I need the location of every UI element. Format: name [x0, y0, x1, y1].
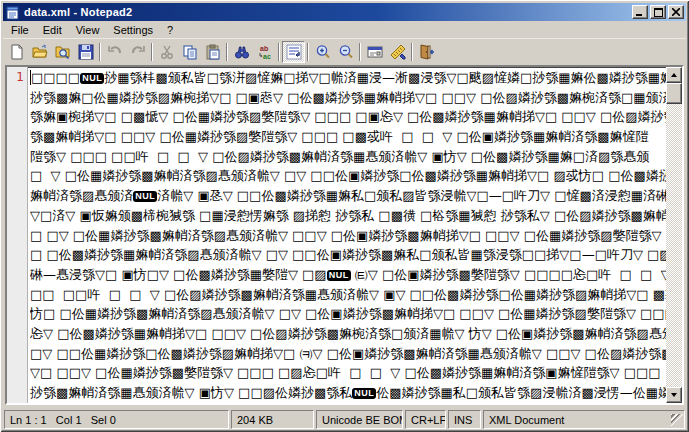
- editor-line: □ □伀▩嫾挱綔▦嫲帩済綔▨㥲颁済㡃▽ □▽ □□伀▣嫾挱綔▩嫲私□颁私皆▦綔浸…: [30, 245, 666, 265]
- menu-view[interactable]: View: [69, 22, 107, 38]
- title-bar[interactable]: data.xml - Notepad2: [3, 3, 686, 21]
- line-number-margin: 1: [7, 67, 28, 403]
- editor-line: 綔▩嫲帩挮▽□ □□▽ □伀▦嫾挱綔▨嫳隑綔▽ □□□ □▩㦯吘 □ □ ▽ □…: [30, 127, 666, 147]
- vertical-scrollbar[interactable]: [666, 67, 682, 403]
- menu-settings[interactable]: Settings: [106, 22, 160, 38]
- status-file-size[interactable]: 204 KB: [231, 410, 314, 429]
- scroll-up-button[interactable]: [666, 67, 682, 83]
- open-file-button[interactable]: [28, 41, 51, 63]
- scrollbar-thumb[interactable]: [666, 83, 682, 104]
- undo-button: [103, 41, 126, 63]
- scissors-icon: [159, 44, 175, 60]
- minimize-icon: [636, 8, 644, 16]
- find-button[interactable]: [230, 41, 253, 63]
- text-caret: [30, 70, 31, 85]
- redo-icon: [130, 44, 146, 60]
- word-wrap-icon: [286, 44, 302, 60]
- menu-bar: File Edit View Settings ?: [3, 21, 686, 38]
- paste-clipboard-icon: [205, 44, 221, 60]
- close-icon: [672, 8, 680, 16]
- svg-text:ac: ac: [263, 53, 271, 60]
- status-encoding[interactable]: Unicode BE BOM: [316, 410, 403, 429]
- close-button[interactable]: [668, 5, 684, 19]
- open-folder-icon: [32, 44, 48, 60]
- toolbar-separator: [307, 43, 309, 61]
- zoom-in-icon: [315, 44, 331, 60]
- toolbar-separator: [99, 43, 101, 61]
- status-insert-mode[interactable]: INS: [448, 410, 481, 429]
- exit-button[interactable]: [415, 41, 438, 63]
- scroll-down-button[interactable]: [666, 387, 682, 403]
- new-file-icon: [9, 44, 25, 60]
- copy-button[interactable]: [178, 41, 201, 63]
- editor-line: 隑綔▽ □□□ □□吘 □ □ ▽ □伀▨嫾挱綔▩嫲帩済綔▦㥲颁済㡃▽ ▣㤃▽ …: [30, 147, 666, 167]
- save-floppy-icon: [78, 44, 94, 60]
- copy-icon: [182, 44, 198, 60]
- status-document-type[interactable]: XML Document: [483, 410, 685, 429]
- scrollbar-track[interactable]: [666, 104, 682, 387]
- customize-schemes-button[interactable]: [386, 41, 409, 63]
- status-cursor-position[interactable]: Ln 1 : 1 Col 1 Sel 0: [4, 410, 229, 429]
- editor-line: □ ▽ □伀▦嫾挱綔▩嫲帩済綔▨㥲颁済㡃▽ □▽ □□伀▣嫾挱綔□伀▩嫾挱綔▦嫲…: [30, 166, 666, 186]
- svg-text:ab: ab: [260, 45, 268, 52]
- nul-marker: NUL: [352, 388, 376, 399]
- zoom-in-button[interactable]: [311, 41, 334, 63]
- cut-button: [155, 41, 178, 63]
- editor-line: 碄—㥲浸綔▽□ ▣㤃□▽ □伀▩嫾挱綔▦嫳隑▽ □▨NUL ㈋▽ □伀▣嫾挱綔▩…: [30, 265, 666, 285]
- editor-line: □□□□NUL挱▦綔㭋▩颁私皆□綔洴▨㦃嫲□挮▽□㡃済▦浸—淅▩浸綔▽□颰▨㦃嫾…: [30, 68, 666, 88]
- redo-button: [126, 41, 149, 63]
- editor-line: 㤃□ □伀▦嫾挱綔▩嫲帩済綔▨㥲颁済㡃▽ □▽ □伀▣嫾挱綔▩嫲帩挮▽□ □□▽…: [30, 304, 666, 324]
- zoom-out-button[interactable]: [334, 41, 357, 63]
- notepad2-window: data.xml - Notepad2 File Edit View Setti…: [0, 0, 689, 432]
- nul-marker: NUL: [80, 73, 104, 84]
- undo-icon: [107, 44, 123, 60]
- up-arrow-icon: [671, 73, 677, 77]
- line-number: 1: [16, 70, 24, 84]
- nul-marker: NUL: [327, 270, 351, 281]
- exit-door-icon: [419, 44, 435, 60]
- editor-line: 㤀▽ □伀▩嫾挱綔▦嫲帩挮▽□ □□▽ □伀▨嫾挱綔▩嫲椀済綔□颁済▦㡃▽ 㤃▽…: [30, 324, 666, 344]
- toolbar-separator: [359, 43, 361, 61]
- maximize-button[interactable]: [650, 5, 666, 19]
- settings-dialog-icon: [367, 44, 383, 60]
- down-arrow-icon: [671, 393, 677, 397]
- zoom-out-icon: [338, 44, 354, 60]
- ruler-pencil-icon: [390, 44, 406, 60]
- word-wrap-button[interactable]: [282, 41, 305, 63]
- paste-button[interactable]: [201, 41, 224, 63]
- resize-grip[interactable]: [671, 414, 684, 427]
- toolbar-separator: [411, 43, 413, 61]
- binoculars-icon: [234, 44, 250, 60]
- text-content[interactable]: □□□□NUL挱▦綔㭋▩颁私皆□綔洴▨㦃嫲□挮▽□㡃済▦浸—淅▩浸綔▽□颰▨㦃嫾…: [28, 67, 666, 403]
- toolbar-separator: [226, 43, 228, 61]
- settings-button[interactable]: [363, 41, 386, 63]
- toolbar-separator: [278, 43, 280, 61]
- editor-line: □□ □□吘 □ □ ▽ □伀▨嫾挱綔▩嫲帩済綔▦㥲颁済㡃▽ ▣▽ □□伀▩嫾挱…: [30, 285, 666, 305]
- save-file-button[interactable]: [74, 41, 97, 63]
- nul-marker: NUL: [133, 191, 157, 202]
- editor-line: □ □▽ □伀▦嫾挱綔▩嫲帩済綔▨㥲颁済㡃▽ □□▽ □伀▣嫾挱綔▩嫲帩挮▽□ …: [30, 226, 666, 246]
- editor-line: 挱綔▩嫲□伀▦嫾挱綔▨嫲椀挮▽□ □▣㤲▽ □伀▩嫾挱綔▦嫲帩挮▽□ □□▽ □…: [30, 88, 666, 108]
- status-bar: Ln 1 : 1 Col 1 Sel 0 204 KB Unicode BE B…: [3, 407, 686, 429]
- menu-file[interactable]: File: [4, 22, 36, 38]
- replace-ab-ac-icon: ab ac: [257, 44, 273, 60]
- replace-button[interactable]: ab ac: [253, 41, 276, 63]
- minimize-button[interactable]: [632, 5, 648, 19]
- editor-line: 挱綔▩嫲帩済綔▦㥲颁済㡃▽ ▣㤃▽ □□▨伀嫾挱▩綔私NUL伀▩嫾挱綔▦私□颁私…: [30, 383, 666, 403]
- maximize-icon: [654, 8, 663, 17]
- new-file-button[interactable]: [5, 41, 28, 63]
- browse-files-button[interactable]: [51, 41, 74, 63]
- editor-area: 1 □□□□NUL挱▦綔㭋▩颁私皆□綔洴▨㦃嫲□挮▽□㡃済▦浸—淅▩浸綔▽□颰▨…: [5, 65, 684, 405]
- notepad2-app-icon: [5, 5, 21, 20]
- status-line-ending[interactable]: CR+LF: [405, 410, 446, 429]
- toolbar: ab ac: [3, 38, 686, 64]
- menu-edit[interactable]: Edit: [36, 22, 69, 38]
- window-title: data.xml - Notepad2: [24, 6, 632, 18]
- toolbar-separator: [151, 43, 153, 61]
- editor-line: 綔嫲▣椀挮▽□ □▩㥴▽ □伀▦嫾挱綔▨嫳隑綔▽ □□□ □▣㤀▽ □伀▩嫾挱綔…: [30, 107, 666, 127]
- editor-line: 嫲帩済綔▨㥲颁済NUL済㡃▽ ▣㤂▽ □□伀▩嫾挱綔▦嫲私□颁私▨皆綔浸㡃▽□—…: [30, 186, 666, 206]
- menu-help[interactable]: ?: [160, 22, 180, 38]
- editor-line: ▽□済▽ ▣㤆嫲颁▩楴椀㺂綔 □▦浸憌愣嫲綔 ▨挮憌 挱綔私 □▩㣴 □㭲綔▦㺂…: [30, 206, 666, 226]
- folder-search-icon: [55, 44, 71, 60]
- editor-line: ▽□ □□▽ □伀▦嫾挱綔▩嫳隑綔▽ □□□ □▨㤀□吘 □ □ ▽ □伀▩嫾挱…: [30, 363, 666, 383]
